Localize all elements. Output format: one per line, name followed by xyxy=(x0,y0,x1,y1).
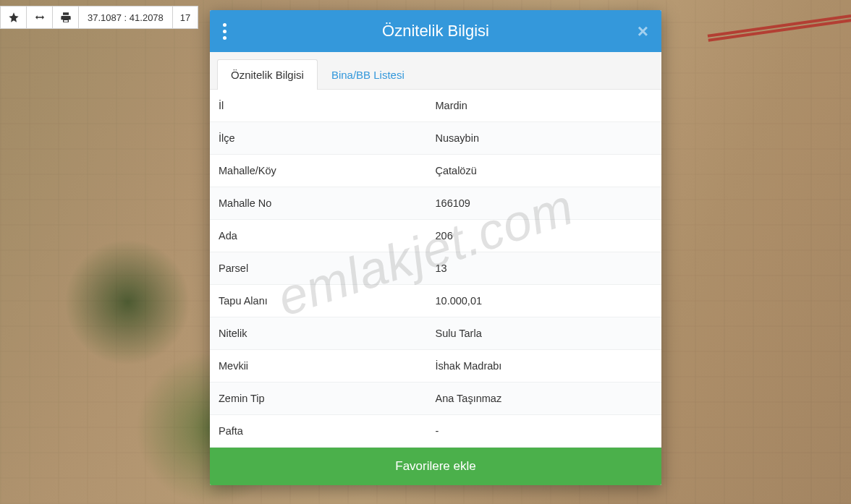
table-row: Mahalle No 166109 xyxy=(210,187,661,220)
table-row: İlçe Nusaybin xyxy=(210,122,661,155)
tab-buildings-label: Bina/BB Listesi xyxy=(331,69,405,81)
table-row: Zemin Tip Ana Taşınmaz xyxy=(210,383,661,415)
table-row: Mahalle/Köy Çatalözü xyxy=(210,155,661,187)
attr-value: Nusaybin xyxy=(427,122,661,154)
road-overlay xyxy=(708,14,851,38)
modal-tabs: Öznitelik Bilgisi Bina/BB Listesi xyxy=(210,52,661,90)
map-toolbar: 37.1087 : 41.2078 17 xyxy=(0,6,198,29)
attr-label: Tapu Alanı xyxy=(210,285,427,317)
attr-value: 166109 xyxy=(427,187,661,219)
kebab-icon xyxy=(223,23,226,40)
tab-attributes-label: Öznitelik Bilgisi xyxy=(231,69,304,81)
attr-label: Pafta xyxy=(210,415,427,447)
close-icon: × xyxy=(638,20,648,43)
attr-value: - xyxy=(427,415,661,447)
attr-label: Mahalle No xyxy=(210,187,427,219)
attr-value: 13 xyxy=(427,252,661,284)
tab-attributes[interactable]: Öznitelik Bilgisi xyxy=(217,59,318,90)
attr-label: Mahalle/Köy xyxy=(210,155,427,187)
attribute-info-modal: Öznitelik Bilgisi × Öznitelik Bilgisi Bi… xyxy=(210,10,661,485)
modal-header: Öznitelik Bilgisi × xyxy=(210,10,661,52)
coordinates-text: 37.1087 : 41.2078 xyxy=(88,12,164,23)
tab-buildings[interactable]: Bina/BB Listesi xyxy=(318,59,418,90)
attr-value: Ana Taşınmaz xyxy=(427,383,661,414)
coordinates-display: 37.1087 : 41.2078 xyxy=(79,7,173,28)
add-favorite-label: Favorilere ekle xyxy=(395,459,476,473)
arrows-h-icon xyxy=(34,12,46,23)
table-row: İl Mardin xyxy=(210,90,661,122)
zoom-level-display: 17 xyxy=(173,7,198,28)
attr-label: Zemin Tip xyxy=(210,383,427,414)
attribute-table: İl Mardin İlçe Nusaybin Mahalle/Köy Çata… xyxy=(210,90,661,448)
attr-label: İl xyxy=(210,90,427,121)
attr-label: Mevkii xyxy=(210,350,427,382)
attr-label: Ada xyxy=(210,220,427,252)
modal-close-button[interactable]: × xyxy=(638,10,648,52)
table-row: Pafta - xyxy=(210,415,661,448)
table-row: Tapu Alanı 10.000,01 xyxy=(210,285,661,317)
zoom-level-text: 17 xyxy=(180,12,190,23)
star-icon xyxy=(8,12,20,23)
attr-value: İshak Madrabı xyxy=(427,350,661,382)
table-row: Ada 206 xyxy=(210,220,661,252)
print-icon xyxy=(60,12,72,23)
table-row: Parsel 13 xyxy=(210,252,661,285)
modal-title: Öznitelik Bilgisi xyxy=(382,22,489,40)
attr-value: 206 xyxy=(427,220,661,252)
attr-label: Parsel xyxy=(210,252,427,284)
attr-value: Çatalözü xyxy=(427,155,661,187)
attr-label: İlçe xyxy=(210,122,427,154)
measure-button[interactable] xyxy=(27,7,53,28)
table-row: Nitelik Sulu Tarla xyxy=(210,317,661,350)
attr-value: Sulu Tarla xyxy=(427,317,661,349)
add-favorite-button[interactable]: Favorilere ekle xyxy=(210,448,661,485)
attr-value: 10.000,01 xyxy=(427,285,661,317)
attr-value: Mardin xyxy=(427,90,661,121)
print-button[interactable] xyxy=(53,7,79,28)
table-row: Mevkii İshak Madrabı xyxy=(210,350,661,383)
favorite-star-button[interactable] xyxy=(1,7,27,28)
attr-label: Nitelik xyxy=(210,317,427,349)
modal-menu-button[interactable] xyxy=(223,10,226,52)
